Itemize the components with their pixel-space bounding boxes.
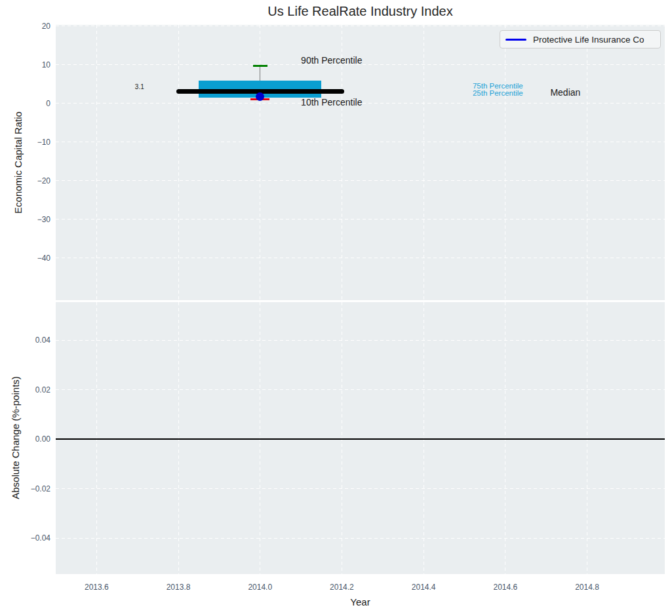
legend-line-swatch	[505, 39, 526, 41]
p90-label: 90th Percentile	[301, 55, 362, 66]
y-tick-label-bottom: −0.02	[3, 484, 50, 494]
horizontal-gridline	[56, 488, 665, 489]
y-axis-label-top: Economic Capital Ratio	[12, 111, 24, 214]
y-tick-label-top: −40	[3, 253, 50, 263]
vertical-gridline	[96, 25, 97, 300]
horizontal-gridline	[56, 538, 665, 539]
figure: Us Life RealRate Industry Index Economic…	[0, 0, 672, 616]
legend-label: Protective Life Insurance Co	[533, 35, 644, 45]
p10-label: 10th Percentile	[301, 97, 362, 107]
y-tick-label-top: 20	[3, 21, 50, 31]
y-tick-label-top: 10	[3, 60, 50, 70]
y-tick-label-top: −10	[3, 137, 50, 147]
horizontal-gridline	[56, 258, 665, 258]
horizontal-gridline	[56, 389, 665, 390]
y-tick-label-top: −20	[3, 176, 50, 186]
vertical-gridline	[424, 25, 424, 300]
x-axis-label: Year	[56, 596, 665, 607]
y-tick-label-bottom: 0.04	[3, 335, 50, 345]
x-tick-label: 2014.4	[397, 583, 450, 592]
chart-title: Us Life RealRate Industry Index	[56, 4, 665, 19]
vertical-gridline	[587, 25, 587, 300]
y-tick-label-top: −30	[3, 214, 50, 225]
y-tick-label-bottom: 0.00	[3, 434, 50, 444]
y-tick-label-top: 0	[3, 98, 50, 109]
legend: Protective Life Insurance Co	[500, 30, 661, 48]
horizontal-gridline	[56, 180, 665, 181]
axes-top-economic-capital-ratio	[56, 25, 665, 300]
y-tick-label-bottom: −0.04	[3, 533, 50, 543]
x-tick-label: 2014.0	[234, 583, 287, 592]
median-value-label: 3.1	[135, 83, 144, 90]
y-tick-label-bottom: 0.02	[3, 385, 50, 395]
x-tick-label: 2014.8	[561, 583, 614, 592]
cap-90th-percentile	[253, 65, 267, 67]
vertical-gridline	[505, 25, 505, 300]
p25-label: 25th Percentile	[473, 89, 523, 97]
horizontal-gridline	[56, 340, 665, 341]
horizontal-gridline	[56, 219, 665, 220]
horizontal-gridline	[56, 26, 665, 26]
x-tick-label: 2013.8	[152, 583, 205, 592]
x-tick-label: 2013.6	[70, 583, 123, 592]
vertical-gridline	[342, 25, 342, 300]
x-tick-label: 2014.2	[315, 583, 368, 592]
zero-line	[56, 438, 665, 440]
median-label: Median	[550, 87, 580, 98]
p75-label: 75th Percentile	[473, 82, 523, 90]
horizontal-gridline	[56, 142, 665, 142]
vertical-gridline	[178, 25, 179, 300]
x-tick-label: 2014.6	[479, 583, 532, 592]
